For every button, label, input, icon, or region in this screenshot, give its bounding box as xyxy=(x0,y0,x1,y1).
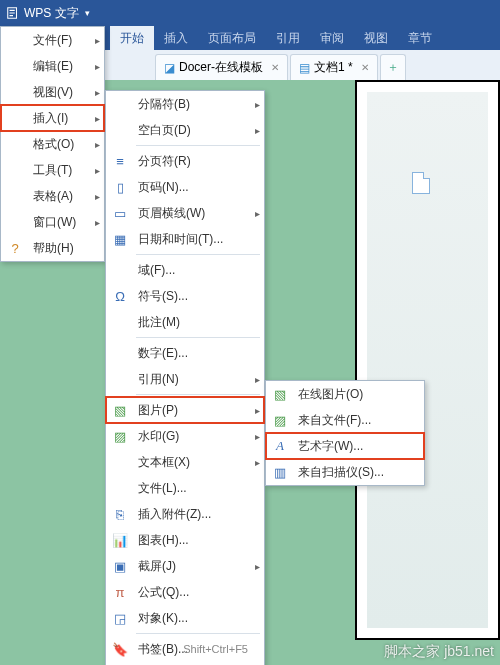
page-icon: ▯ xyxy=(106,180,134,195)
menu-insert[interactable]: 插入(I)▸ xyxy=(1,105,104,131)
ribbon-tab-layout[interactable]: 页面布局 xyxy=(198,26,266,50)
bookmark-icon: 🔖 xyxy=(106,642,134,657)
placeholder-icon xyxy=(412,172,430,194)
file-image-icon: ▨ xyxy=(266,413,294,428)
watermark-text: 脚本之家 jb51.net xyxy=(384,643,494,661)
menu-format[interactable]: 格式(O)▸ xyxy=(1,131,104,157)
watermark-icon: ▨ xyxy=(106,429,134,444)
menu-wordart[interactable]: A艺术字(W)... xyxy=(266,433,424,459)
menu-help[interactable]: ?帮助(H) xyxy=(1,235,104,261)
ribbon-tab-home[interactable]: 开始 xyxy=(110,26,154,50)
menu-watermark[interactable]: ▨水印(G)▸ xyxy=(106,423,264,449)
camera-icon: ▣ xyxy=(106,559,134,574)
menu-number[interactable]: 数字(E)... xyxy=(106,340,264,366)
menu-comment[interactable]: 批注(M) xyxy=(106,309,264,335)
new-tab-button[interactable]: ＋ xyxy=(380,54,406,80)
header-icon: ▭ xyxy=(106,206,134,221)
insert-submenu: 分隔符(B)▸ 空白页(D)▸ ≡分页符(R) ▯页码(N)... ▭页眉横线(… xyxy=(105,90,265,665)
document-page xyxy=(355,80,500,640)
menu-separator[interactable]: 分隔符(B)▸ xyxy=(106,91,264,117)
object-icon: ◲ xyxy=(106,611,134,626)
menu-equation[interactable]: π公式(Q)... xyxy=(106,579,264,605)
app-icon xyxy=(6,6,20,20)
image-icon: ▧ xyxy=(106,403,134,418)
menu-chart[interactable]: 📊图表(H)... xyxy=(106,527,264,553)
cloud-image-icon: ▧ xyxy=(266,387,294,402)
omega-icon: Ω xyxy=(106,289,134,304)
ribbon-tab-review[interactable]: 审阅 xyxy=(310,26,354,50)
menu-tools[interactable]: 工具(T)▸ xyxy=(1,157,104,183)
menu-picture[interactable]: ▧图片(P)▸ xyxy=(106,397,264,423)
menu-from-scanner[interactable]: ▥来自扫描仪(S)... xyxy=(266,459,424,485)
menu-field[interactable]: 域(F)... xyxy=(106,257,264,283)
app-name: WPS 文字 xyxy=(24,5,79,22)
menu-pagebreak[interactable]: ≡分页符(R) xyxy=(106,148,264,174)
menu-symbol[interactable]: Ω符号(S)... xyxy=(106,283,264,309)
ribbon-tab-view[interactable]: 视图 xyxy=(354,26,398,50)
menu-headerline[interactable]: ▭页眉横线(W)▸ xyxy=(106,200,264,226)
menu-screenshot[interactable]: ▣截屏(J)▸ xyxy=(106,553,264,579)
doc-tab-docer[interactable]: ◪ Docer-在线模板 ✕ xyxy=(155,54,288,80)
menu-online-picture[interactable]: ▧在线图片(O) xyxy=(266,381,424,407)
chart-icon: 📊 xyxy=(106,533,134,548)
wordart-icon: A xyxy=(266,438,294,454)
ribbon-tab-chapter[interactable]: 章节 xyxy=(398,26,442,50)
document-icon: ▤ xyxy=(299,61,310,75)
menu-file[interactable]: 文件(F)▸ xyxy=(1,27,104,53)
doc-tab-document1[interactable]: ▤ 文档1 * ✕ xyxy=(290,54,378,80)
doc-tab-label: 文档1 * xyxy=(314,59,353,76)
docer-icon: ◪ xyxy=(164,61,175,75)
attach-icon: ⎘ xyxy=(106,507,134,522)
menu-datetime[interactable]: ▦日期和时间(T)... xyxy=(106,226,264,252)
scanner-icon: ▥ xyxy=(266,465,294,480)
menu-insertfile[interactable]: 文件(L)... xyxy=(106,475,264,501)
menu-view[interactable]: 视图(V)▸ xyxy=(1,79,104,105)
picture-submenu: ▧在线图片(O) ▨来自文件(F)... A艺术字(W)... ▥来自扫描仪(S… xyxy=(265,380,425,486)
menu-reference[interactable]: 引用(N)▸ xyxy=(106,366,264,392)
help-icon: ? xyxy=(1,241,29,256)
menu-bookmark[interactable]: 🔖书签(B)...Shift+Ctrl+F5 xyxy=(106,636,264,662)
menu-object[interactable]: ◲对象(K)... xyxy=(106,605,264,631)
pi-icon: π xyxy=(106,585,134,600)
menu-edit[interactable]: 编辑(E)▸ xyxy=(1,53,104,79)
menu-table[interactable]: 表格(A)▸ xyxy=(1,183,104,209)
menu-window[interactable]: 窗口(W)▸ xyxy=(1,209,104,235)
menu-from-file[interactable]: ▨来自文件(F)... xyxy=(266,407,424,433)
close-icon[interactable]: ✕ xyxy=(361,62,369,73)
main-menu: 文件(F)▸ 编辑(E)▸ 视图(V)▸ 插入(I)▸ 格式(O)▸ 工具(T)… xyxy=(0,26,105,262)
menu-textbox[interactable]: 文本框(X)▸ xyxy=(106,449,264,475)
close-icon[interactable]: ✕ xyxy=(271,62,279,73)
menu-pagenumber[interactable]: ▯页码(N)... xyxy=(106,174,264,200)
app-menu-dropdown[interactable]: ▾ xyxy=(85,8,90,18)
doc-tab-label: Docer-在线模板 xyxy=(179,59,263,76)
pagebreak-icon: ≡ xyxy=(106,154,134,169)
menu-blankpage[interactable]: 空白页(D)▸ xyxy=(106,117,264,143)
menu-attachment[interactable]: ⎘插入附件(Z)... xyxy=(106,501,264,527)
ribbon-tab-reference[interactable]: 引用 xyxy=(266,26,310,50)
ribbon-tab-insert[interactable]: 插入 xyxy=(154,26,198,50)
calendar-icon: ▦ xyxy=(106,232,134,247)
